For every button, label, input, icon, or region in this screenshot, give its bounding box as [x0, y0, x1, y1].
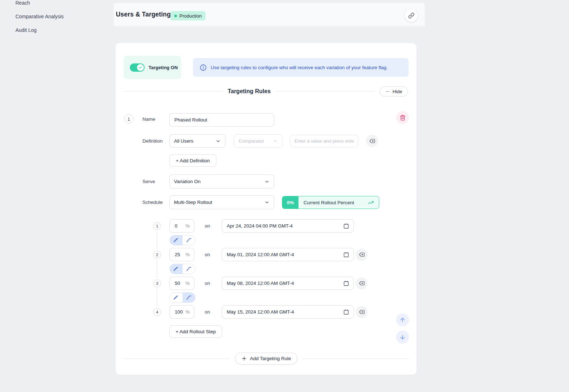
trash-icon: [400, 115, 406, 121]
backspace-icon: [359, 252, 365, 257]
sidebar-item-audit-log[interactable]: Audit Log: [15, 27, 37, 33]
calendar-icon: [343, 309, 349, 315]
section-title: Targeting Rules: [228, 88, 271, 95]
delete-rule-button[interactable]: [396, 111, 409, 124]
audience-select-value: All Users: [174, 138, 193, 144]
divider-line: [276, 91, 375, 92]
step-connector-line: [157, 232, 157, 248]
audience-select[interactable]: All Users: [169, 134, 225, 148]
step-date-value: May 15, 2024 12:00 AM GMT-4: [227, 309, 294, 315]
arrow-up-icon: [399, 317, 406, 323]
linear-transition-icon[interactable]: [183, 235, 196, 245]
step-transition-icon[interactable]: [170, 293, 183, 302]
step-connector-line: [157, 260, 157, 277]
plus-icon: [241, 356, 247, 361]
clear-definition-button[interactable]: [366, 135, 378, 147]
schedule-select-value: Multi-Step Rollout: [174, 200, 212, 205]
environment-dot-icon: [174, 15, 177, 17]
transition-type-toggle[interactable]: [169, 264, 196, 274]
rollout-step-row: 3 50 % on May 08, 2024 12:00 AM GMT-4: [153, 277, 368, 290]
step-number-badge: 4: [153, 308, 161, 316]
step-date-value: May 08, 2024 12:00 AM GMT-4: [227, 281, 294, 286]
transition-type-toggle[interactable]: [169, 292, 196, 303]
sidebar-item-comparative-analysis[interactable]: Comparative Analysis: [15, 14, 64, 19]
info-banner: Use targeting rules to configure who wil…: [193, 58, 409, 77]
toggle-check-icon: [137, 64, 144, 71]
step-percent-value: 0: [175, 223, 178, 229]
step-date-input[interactable]: May 15, 2024 12:00 AM GMT-4: [222, 305, 354, 319]
step-percent-input[interactable]: 50 %: [169, 277, 194, 290]
add-definition-button[interactable]: + Add Definition: [169, 154, 216, 167]
info-icon: [200, 64, 207, 71]
remove-step-button[interactable]: [356, 249, 368, 261]
current-rollout-label: Current Rollout Percent: [304, 200, 354, 205]
targeting-card: Targeting ON Use targeting rules to conf…: [116, 43, 417, 375]
chevron-down-icon: [264, 200, 269, 205]
rule-name-input[interactable]: [169, 113, 274, 126]
serve-select-value: Variation On: [174, 179, 201, 184]
step-transition-icon[interactable]: [170, 235, 183, 245]
rule-number-badge: 1: [124, 114, 133, 124]
on-label: on: [204, 281, 211, 286]
step-percent-input[interactable]: 0 %: [169, 219, 194, 233]
step-transition-icon[interactable]: [170, 264, 183, 274]
divider-line: [124, 358, 230, 359]
chevron-down-icon: [273, 139, 278, 143]
environment-badge: Production: [170, 11, 206, 20]
add-targeting-rule-button[interactable]: Add Targeting Rule: [235, 353, 298, 364]
targeting-toggle[interactable]: [130, 63, 145, 72]
backspace-icon: [359, 281, 365, 286]
transition-type-toggle[interactable]: [169, 235, 196, 245]
add-rollout-step-button[interactable]: + Add Rollout Step: [169, 325, 222, 338]
name-label: Name: [142, 116, 155, 122]
sidebar-item-reach[interactable]: Reach: [15, 0, 30, 6]
targeting-toggle-label: Targeting ON: [149, 65, 178, 70]
rollout-step-row: 2 25 % on May 01, 2024 12:00 AM GMT-4: [153, 248, 368, 261]
targeting-rules-section-header: Targeting Rules Hide: [124, 86, 408, 96]
copy-link-button[interactable]: [405, 9, 418, 22]
backspace-icon: [359, 309, 365, 315]
hide-button-label: Hide: [392, 89, 402, 94]
backspace-icon: [370, 138, 375, 144]
remove-step-button[interactable]: [356, 277, 368, 290]
definition-value-input[interactable]: [290, 135, 358, 147]
comparator-select[interactable]: Comparator: [234, 134, 282, 148]
step-number-badge: 2: [153, 251, 161, 259]
step-date-value: Apr 24, 2024 04:00 PM GMT-4: [227, 223, 293, 229]
step-percent-value: 50: [175, 281, 180, 286]
step-percent-value: 100: [175, 309, 183, 315]
move-rule-up-button[interactable]: [396, 314, 409, 326]
percent-suffix: %: [185, 281, 190, 286]
move-rule-down-button[interactable]: [396, 331, 409, 344]
comparator-select-placeholder: Comparator: [239, 138, 264, 144]
chevron-down-icon: [264, 179, 269, 184]
step-date-input[interactable]: Apr 24, 2024 04:00 PM GMT-4: [222, 219, 354, 233]
step-percent-value: 25: [175, 252, 180, 257]
current-rollout-percent: 0%: [282, 196, 298, 209]
step-date-input[interactable]: May 01, 2024 12:00 AM GMT-4: [222, 248, 354, 261]
on-label: on: [204, 223, 211, 229]
on-label: on: [204, 252, 211, 257]
hide-button[interactable]: Hide: [380, 86, 408, 96]
remove-step-button[interactable]: [356, 306, 368, 318]
step-number-badge: 3: [153, 279, 161, 287]
rollout-step-row: 1 0 % on Apr 24, 2024 04:00 PM GMT-4: [153, 219, 354, 233]
schedule-select[interactable]: Multi-Step Rollout: [169, 195, 274, 209]
add-targeting-rule-label: Add Targeting Rule: [250, 356, 291, 361]
percent-suffix: %: [185, 309, 190, 315]
arrow-down-icon: [399, 334, 406, 340]
step-date-input[interactable]: May 08, 2024 12:00 AM GMT-4: [222, 277, 354, 290]
percent-suffix: %: [185, 223, 190, 229]
link-icon: [408, 13, 414, 19]
serve-select[interactable]: Variation On: [169, 175, 274, 188]
percent-suffix: %: [185, 252, 190, 257]
targeting-toggle-container: Targeting ON: [124, 56, 181, 79]
divider-line: [124, 91, 222, 92]
linear-transition-icon[interactable]: [183, 293, 196, 302]
step-percent-input[interactable]: 25 %: [169, 248, 194, 261]
step-percent-input[interactable]: 100 %: [169, 305, 194, 319]
chevron-down-icon: [216, 139, 221, 144]
definition-label: Definition: [142, 138, 163, 144]
info-banner-text: Use targeting rules to configure who wil…: [211, 65, 388, 70]
linear-transition-icon[interactable]: [183, 264, 196, 274]
